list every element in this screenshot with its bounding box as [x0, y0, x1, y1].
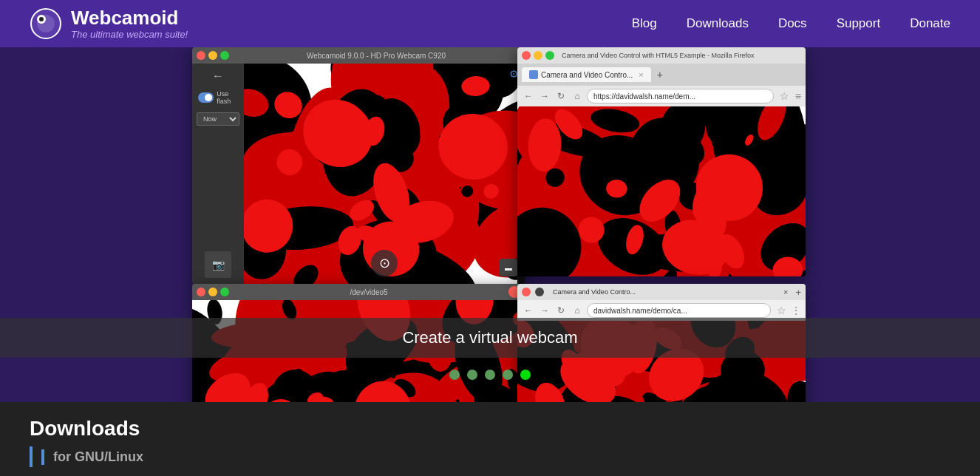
browser-canvas-top — [517, 106, 806, 276]
bookmark-icon[interactable]: ☆ — [780, 90, 789, 102]
min-btn[interactable] — [208, 51, 217, 60]
browser-window-top: Camera and Video Control with HTML5 Exam… — [517, 47, 806, 276]
carousel-indicators — [449, 370, 531, 380]
nav-blog[interactable]: Blog — [632, 16, 657, 31]
browser-max-icon[interactable] — [545, 51, 554, 60]
app-subtitle: The ultimate webcam suite! — [71, 29, 188, 40]
menu-bottom-icon[interactable]: ⋮ — [791, 305, 801, 316]
reload-button[interactable]: ↻ — [554, 89, 568, 103]
webcamoid-title: Webcamoid 9.0.0 - HD Pro Webcam C920 — [232, 52, 520, 60]
carousel-dot-2[interactable] — [485, 370, 495, 380]
subtitle-bar — [30, 446, 33, 467]
url-text-top: https://davidwalsh.name/dem... — [593, 92, 695, 101]
browser-close-icon[interactable] — [522, 51, 531, 60]
browser-bottom-close-btn[interactable]: × — [783, 288, 788, 296]
webcamoid-window: Webcamoid 9.0.0 - HD Pro Webcam C920 ← U… — [192, 47, 525, 284]
webcamoid-sidebar: ← Use flash Now 📷 — [192, 64, 244, 284]
browser-toolbar-top: ← → ↻ ⌂ https://davidwalsh.name/dem... ☆… — [517, 86, 806, 106]
home-btn-bottom[interactable]: ⌂ — [571, 304, 584, 317]
max-btn[interactable] — [220, 51, 229, 60]
logo-area: Webcamoid The ultimate webcam suite! — [30, 7, 188, 40]
menu-icon[interactable]: ≡ — [795, 90, 801, 102]
dev-min-btn[interactable] — [208, 288, 217, 296]
capture-button[interactable]: ⊙ — [371, 250, 398, 276]
back-arrow-icon[interactable]: ← — [212, 69, 224, 83]
webcamoid-titlebar: Webcamoid 9.0.0 - HD Pro Webcam C920 — [192, 47, 525, 64]
downloads-subtitle: for GNU/Linux — [41, 449, 143, 465]
downloads-subtitle-row: for GNU/Linux — [30, 446, 950, 467]
screenshot-sidebar-btn[interactable]: 📷 — [205, 251, 231, 278]
reload-btn-bottom[interactable]: ↻ — [554, 304, 568, 317]
webcamoid-content: ← Use flash Now 📷 ⚙ ⊙ ▬ — [192, 64, 525, 284]
browser-titlebar-bottom: Camera and Video Contro... × + — [517, 284, 806, 300]
nav-downloads[interactable]: Downloads — [687, 16, 749, 31]
main-nav: Blog Downloads Docs Support Donate — [632, 16, 950, 31]
new-tab-button[interactable]: + — [654, 69, 666, 81]
nav-donate[interactable]: Donate — [910, 16, 950, 31]
tab-close-icon[interactable]: × — [639, 70, 643, 79]
browser-bottom-title: Camera and Video Contro... — [553, 288, 780, 296]
browser-content-top — [517, 106, 806, 276]
logo-text-area: Webcamoid The ultimate webcam suite! — [71, 7, 188, 40]
carousel-dot-4[interactable] — [520, 370, 531, 380]
close-btn[interactable] — [197, 51, 205, 60]
logo-icon — [30, 7, 62, 40]
dev-titlebar: /dev/video5 — [192, 284, 525, 300]
home-button[interactable]: ⌂ — [571, 89, 584, 103]
carousel-dot-3[interactable] — [503, 370, 513, 380]
hero-tagline: Create a virtual webcam — [402, 328, 577, 347]
bookmark-bottom-icon[interactable]: ☆ — [777, 305, 786, 316]
forward-button[interactable]: → — [538, 89, 551, 103]
dev-max-btn[interactable] — [220, 288, 229, 296]
flash-toggle[interactable] — [198, 92, 214, 103]
favicon-icon — [529, 70, 538, 79]
nav-docs[interactable]: Docs — [778, 16, 807, 31]
flash-toggle-row: Use flash — [195, 89, 241, 106]
flash-label: Use flash — [217, 90, 238, 105]
tab-label: Camera and Video Contro... — [541, 71, 633, 79]
url-bar-top[interactable]: https://davidwalsh.name/dem... — [587, 89, 774, 103]
header: Webcamoid The ultimate webcam suite! Blo… — [0, 0, 980, 47]
dev-close-btn[interactable] — [197, 288, 205, 296]
carousel-dot-1[interactable] — [467, 370, 477, 380]
back-button[interactable]: ← — [522, 89, 535, 103]
back-btn-bottom[interactable]: ← — [522, 304, 535, 317]
downloads-title: Downloads — [30, 417, 950, 441]
forward-btn-bottom[interactable]: → — [538, 304, 551, 317]
url-bar-bottom[interactable]: davidwalsh.name/demo/ca... — [587, 303, 771, 318]
browser-titlebar-top: Camera and Video Control with HTML5 Exam… — [517, 47, 806, 64]
browser-min-icon[interactable] — [534, 51, 542, 60]
url-text-bottom: davidwalsh.name/demo/ca... — [593, 307, 687, 315]
dev-title: /dev/video5 — [232, 288, 506, 296]
carousel-dot-0[interactable] — [449, 370, 460, 380]
browser-bottom-min-icon[interactable] — [535, 288, 544, 296]
browser-bottom-plus-icon[interactable]: + — [795, 287, 801, 298]
app-title: Webcamoid — [71, 7, 188, 29]
nav-support[interactable]: Support — [837, 16, 881, 31]
record-button[interactable]: ▬ — [500, 259, 517, 276]
hero-section: Webcamoid 9.0.0 - HD Pro Webcam C920 ← U… — [0, 47, 980, 402]
browser-tab[interactable]: Camera and Video Contro... × — [522, 67, 651, 82]
browser-title-top: Camera and Video Control with HTML5 Exam… — [562, 52, 801, 59]
hero-overlay: Create a virtual webcam — [0, 318, 980, 358]
svg-point-3 — [39, 17, 44, 21]
downloads-section: Downloads for GNU/Linux — [0, 402, 980, 476]
time-dropdown[interactable]: Now — [197, 112, 239, 126]
browser-tab-bar-top: Camera and Video Contro... × + — [517, 64, 806, 86]
browser-bottom-close-icon[interactable] — [522, 288, 531, 296]
webcamoid-preview: ⚙ ⊙ ▬ — [244, 64, 525, 284]
